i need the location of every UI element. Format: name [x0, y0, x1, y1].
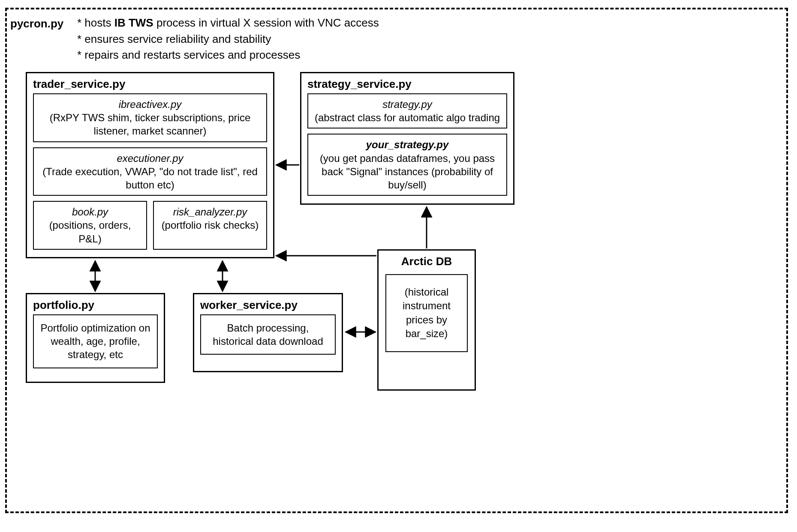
your-strategy-title: your_strategy.py [313, 138, 502, 151]
your-strategy-desc: (you get pandas dataframes, you pass bac… [313, 152, 502, 192]
risk-box: risk_analyzer.py (portfolio risk checks) [153, 201, 267, 250]
trader-service-title: trader_service.py [27, 73, 273, 93]
executioner-title: executioner.py [38, 152, 262, 165]
pycron-bullets: * hosts IB TWS process in virtual X sess… [77, 15, 379, 63]
executioner-box: executioner.py (Trade execution, VWAP, "… [33, 147, 267, 196]
risk-desc: (portfolio risk checks) [158, 218, 262, 232]
arctic-title: Arctic DB [379, 251, 475, 271]
portfolio-box: portfolio.py Portfolio optimization on w… [26, 293, 165, 383]
strategy-title: strategy.py [313, 98, 502, 111]
portfolio-inner: Portfolio optimization on wealth, age, p… [33, 314, 158, 368]
strategy-desc: (abstract class for automatic algo tradi… [313, 111, 502, 124]
ibreactivex-desc: (RxPY TWS shim, ticker subscriptions, pr… [38, 111, 262, 137]
portfolio-title: portfolio.py [27, 294, 164, 314]
ibreactivex-title: ibreactivex.py [38, 98, 262, 111]
risk-title: risk_analyzer.py [158, 205, 262, 218]
strategy-box: strategy.py (abstract class for automati… [307, 93, 507, 129]
bullet-1-bold: IB TWS [114, 16, 153, 29]
bullet-3: * repairs and restarts services and proc… [77, 47, 379, 63]
executioner-desc: (Trade execution, VWAP, "do not trade li… [38, 165, 262, 191]
strategy-service-title: strategy_service.py [301, 73, 513, 93]
portfolio-desc: Portfolio optimization on wealth, age, p… [38, 321, 153, 362]
book-box: book.py (positions, orders, P&L) [33, 201, 147, 250]
worker-service-title: worker_service.py [194, 294, 342, 314]
diagram-canvas: pycron.py * hosts IB TWS process in virt… [0, 0, 797, 532]
bullet-1: * hosts IB TWS process in virtual X sess… [77, 15, 379, 31]
pycron-label: pycron.py [10, 17, 63, 30]
arctic-desc: (historical instrument prices by bar_siz… [392, 285, 461, 341]
worker-service-inner: Batch processing, historical data downlo… [200, 314, 336, 355]
bullet-1-suffix: process in virtual X session with VNC ac… [153, 16, 379, 29]
worker-service-desc: Batch processing, historical data downlo… [205, 321, 331, 348]
worker-service-box: worker_service.py Batch processing, hist… [193, 293, 343, 372]
book-title: book.py [38, 205, 142, 218]
strategy-service-box: strategy_service.py strategy.py (abstrac… [300, 72, 514, 205]
bullet-1-prefix: * hosts [77, 16, 114, 29]
arctic-box: Arctic DB (historical instrument prices … [377, 249, 476, 391]
ibreactivex-box: ibreactivex.py (RxPY TWS shim, ticker su… [33, 93, 267, 142]
trader-service-box: trader_service.py ibreactivex.py (RxPY T… [26, 72, 274, 258]
bullet-2: * ensures service reliability and stabil… [77, 31, 379, 48]
your-strategy-box: your_strategy.py (you get pandas datafra… [307, 134, 507, 196]
arctic-inner: (historical instrument prices by bar_siz… [385, 274, 468, 352]
book-desc: (positions, orders, P&L) [38, 218, 142, 245]
